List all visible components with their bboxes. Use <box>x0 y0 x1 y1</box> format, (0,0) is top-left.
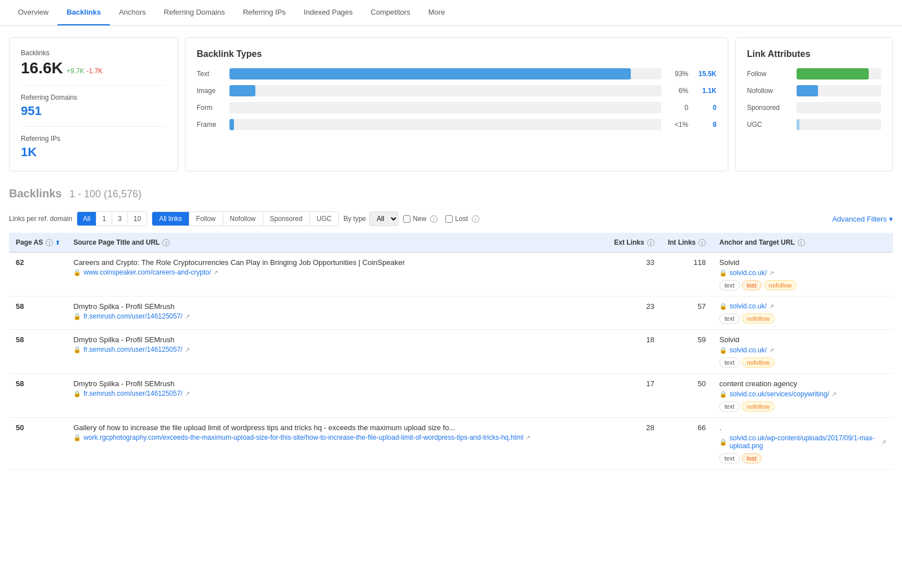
by-type-select[interactable]: All <box>369 211 399 226</box>
ext-info-icon[interactable]: i <box>647 239 655 246</box>
link-type-sponsored[interactable]: Sponsored <box>263 212 310 226</box>
lock-icon: 🔒 <box>73 346 81 353</box>
th-page-as[interactable]: Page AS i ⬆ <box>9 233 67 253</box>
lock-icon: 🔒 <box>719 303 727 310</box>
th-source[interactable]: Source Page Title and URL i <box>67 233 607 253</box>
nav-indexed-pages[interactable]: Indexed Pages <box>295 0 362 25</box>
nav-referring-ips[interactable]: Referring IPs <box>234 0 295 25</box>
link-type-follow[interactable]: Follow <box>189 212 223 226</box>
new-checkbox[interactable] <box>403 215 410 223</box>
link-type-all[interactable]: All links <box>152 212 189 226</box>
by-type-filter: By type All <box>343 211 399 226</box>
ext-link-icon[interactable]: ↗ <box>185 313 190 320</box>
per-ref-3[interactable]: 3 <box>112 212 128 226</box>
tag-text: text <box>719 401 740 412</box>
cell-page-as: 58 <box>9 297 67 330</box>
nav-competitors[interactable]: Competitors <box>362 0 419 25</box>
anchor-url: 🔒 solvid.co.uk/ ↗ <box>719 302 886 310</box>
section-heading: Backlinks 1 - 100 (16,576) <box>0 183 902 207</box>
th-anchor[interactable]: Anchor and Target URL i <box>713 233 893 253</box>
ext-link-icon[interactable]: ↗ <box>881 439 886 446</box>
new-checkbox-label[interactable]: New i <box>403 215 437 223</box>
tags: textnofollow <box>719 313 886 324</box>
source-url-link[interactable]: work.rgcphotography.com/exceeds-the-maxi… <box>83 434 523 441</box>
lock-icon: 🔒 <box>73 390 81 397</box>
la-bar-follow <box>797 68 869 79</box>
advanced-filters-button[interactable]: Advanced Filters ▾ <box>832 215 893 223</box>
tags: textnofollow <box>719 401 886 412</box>
section-range: 1 - 100 (16,576) <box>69 188 142 200</box>
ext-link-icon[interactable]: ↗ <box>185 346 190 353</box>
cell-int-links: 66 <box>661 418 713 470</box>
anchor-url-link[interactable]: solvid.co.uk/ <box>729 346 767 354</box>
page-title: Careers and Crypto: The Role Cryptocurre… <box>73 258 600 267</box>
links-per-ref-label: Links per ref. domain <box>9 215 72 223</box>
bt-bar-text <box>229 68 631 79</box>
link-attrs-card: Link Attributes Follow Nofollow Sponsore… <box>735 37 893 171</box>
cell-ext-links: 28 <box>607 418 661 470</box>
per-ref-10[interactable]: 10 <box>128 212 147 226</box>
backlinks-neg: -1.7K <box>86 67 103 75</box>
source-info-icon[interactable]: i <box>162 239 170 246</box>
la-row-follow: Follow <box>747 68 881 79</box>
page-as-info-icon[interactable]: i <box>46 239 53 246</box>
lost-checkbox-label[interactable]: Lost i <box>445 215 479 223</box>
nav-overview[interactable]: Overview <box>9 0 58 25</box>
bt-bar-frame <box>229 119 234 130</box>
page-title: Dmytro Spilka - Profil SEMrush <box>73 302 600 311</box>
nav-backlinks[interactable]: Backlinks <box>58 0 110 25</box>
cell-ext-links: 23 <box>607 297 661 330</box>
ext-link-icon[interactable]: ↗ <box>832 391 837 398</box>
anchor-url-link[interactable]: solvid.co.uk/ <box>729 302 767 310</box>
cell-page-as: 58 <box>9 374 67 418</box>
page-url: 🔒 fr.semrush.com/user/146125057/ ↗ <box>73 312 600 320</box>
lost-info-icon[interactable]: i <box>472 215 479 223</box>
tag-text: text <box>719 453 740 463</box>
anchor-name: Solvid <box>719 335 886 344</box>
nav-more[interactable]: More <box>419 0 454 25</box>
cell-page-as: 58 <box>9 330 67 374</box>
nav-anchors[interactable]: Anchors <box>110 0 155 25</box>
ext-link-icon[interactable]: ↗ <box>769 303 774 310</box>
page-url: 🔒 work.rgcphotography.com/exceeds-the-ma… <box>73 434 600 441</box>
nav-referring-domains[interactable]: Referring Domains <box>155 0 234 25</box>
tag-nofollow: nofollow <box>764 280 797 290</box>
link-type-ugc[interactable]: UGC <box>310 212 339 226</box>
tag-lost: lost <box>742 280 762 290</box>
new-info-icon[interactable]: i <box>430 215 437 223</box>
anchor-name: content creation agency <box>719 379 886 388</box>
lost-checkbox[interactable] <box>445 215 453 223</box>
anchor-info-icon[interactable]: i <box>798 239 805 246</box>
cell-source: Gallery of how to increase the file uplo… <box>67 418 607 470</box>
lock-icon: 🔒 <box>719 391 727 398</box>
anchor-url: 🔒 solvid.co.uk/services/copywriting/ ↗ <box>719 390 886 398</box>
anchor-url-link[interactable]: solvid.co.uk/services/copywriting/ <box>729 390 829 398</box>
la-row-nofollow: Nofollow <box>747 85 881 96</box>
anchor-url-link[interactable]: solvid.co.uk/wp-content/uploads/2017/09/… <box>729 434 879 450</box>
source-url-link[interactable]: fr.semrush.com/user/146125057/ <box>83 390 182 397</box>
per-ref-1[interactable]: 1 <box>96 212 112 226</box>
source-url-link[interactable]: fr.semrush.com/user/146125057/ <box>83 346 182 353</box>
cell-source: Dmytro Spilka - Profil SEMrush 🔒 fr.semr… <box>67 330 607 374</box>
tags: textlost <box>719 453 886 463</box>
source-url-link[interactable]: fr.semrush.com/user/146125057/ <box>83 312 182 320</box>
referring-domains-value: 951 <box>21 104 166 118</box>
ext-link-icon[interactable]: ↗ <box>769 347 774 354</box>
filter-bar: Links per ref. domain All 1 3 10 All lin… <box>0 207 902 233</box>
tags: textnofollow <box>719 357 886 368</box>
source-url-link[interactable]: www.coinspeaker.com/careers-and-crypto/ <box>83 268 211 276</box>
ext-link-icon[interactable]: ↗ <box>185 390 190 397</box>
ext-link-icon[interactable]: ↗ <box>769 269 774 277</box>
ext-link-icon[interactable]: ↗ <box>525 434 530 441</box>
ext-link-icon[interactable]: ↗ <box>213 269 218 276</box>
anchor-url: 🔒 solvid.co.uk/wp-content/uploads/2017/0… <box>719 434 886 450</box>
int-info-icon[interactable]: i <box>698 239 706 246</box>
th-ext-links[interactable]: Ext Links i <box>607 233 661 253</box>
per-ref-all[interactable]: All <box>77 212 96 226</box>
table-row: 58 Dmytro Spilka - Profil SEMrush 🔒 fr.s… <box>9 297 893 330</box>
cell-anchor: Solvid 🔒 solvid.co.uk/ ↗ textnofollow <box>713 330 893 374</box>
link-type-nofollow[interactable]: Nofollow <box>223 212 263 226</box>
th-int-links[interactable]: Int Links i <box>661 233 713 253</box>
link-attrs-title: Link Attributes <box>747 49 881 59</box>
anchor-url-link[interactable]: solvid.co.uk/ <box>729 269 767 277</box>
